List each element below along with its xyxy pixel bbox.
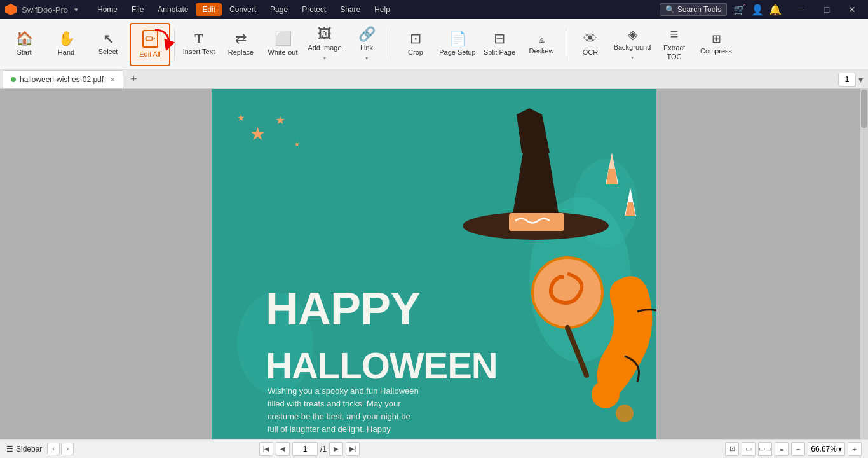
page-controls: |◀ ◀ 1 /1 ▶ ▶| xyxy=(259,442,360,456)
replace-tool-button[interactable]: ⇄ Replace xyxy=(220,23,261,66)
close-button[interactable]: ✕ xyxy=(841,0,863,19)
menu-protect[interactable]: Protect xyxy=(295,3,332,16)
main-area: ★ ★ ★ ★ xyxy=(0,89,868,439)
scrollbar-thumb[interactable] xyxy=(861,90,867,128)
extract-toc-icon: ≡ xyxy=(670,27,679,41)
svg-point-18 xyxy=(592,380,620,408)
menu-share[interactable]: Share xyxy=(334,3,367,16)
svg-marker-10 xyxy=(517,108,550,153)
double-page-button[interactable]: ▭▭ xyxy=(758,442,772,456)
single-page-button[interactable]: ▭ xyxy=(742,442,756,456)
link-tool-button[interactable]: 🔗 Link ▾ xyxy=(346,23,387,66)
ocr-icon: 👁 xyxy=(583,32,597,46)
maximize-button[interactable]: □ xyxy=(816,0,837,19)
last-page-button[interactable]: ▶| xyxy=(346,442,360,456)
fit-page-button[interactable]: ⊡ xyxy=(725,442,739,456)
halloween-illustration: ★ ★ ★ ★ xyxy=(212,89,656,439)
cart-icon[interactable]: 🛒 xyxy=(733,4,746,16)
background-tool-button[interactable]: ◈ Background ▾ xyxy=(612,23,653,66)
window-controls: ─ □ ✕ xyxy=(790,0,863,19)
svg-text:★: ★ xyxy=(237,113,245,123)
pdf-tab[interactable]: halloween-wishes-02.pdf × xyxy=(3,70,123,88)
menu-edit[interactable]: Edit xyxy=(196,3,222,16)
insert-text-icon: T xyxy=(194,32,203,45)
total-pages-label: /1 xyxy=(320,445,327,454)
hand-tool-button[interactable]: ✋ Hand xyxy=(46,23,86,66)
tab-bar: halloween-wishes-02.pdf × + 1 ▾ xyxy=(0,70,868,89)
tab-label: halloween-wishes-02.pdf xyxy=(20,75,104,84)
hand-icon: ✋ xyxy=(58,32,75,46)
menu-convert[interactable]: Convert xyxy=(223,3,262,16)
user-icon[interactable]: 👤 xyxy=(751,4,764,16)
title-bar-right: 🔍 Search Tools 🛒 👤 🔔 ─ □ ✕ xyxy=(660,0,863,19)
minimize-button[interactable]: ─ xyxy=(790,0,812,19)
toolbar-separator-3 xyxy=(566,29,566,60)
add-image-icon: 🖼 xyxy=(318,27,332,41)
app-dropdown-icon[interactable]: ▾ xyxy=(74,6,78,14)
search-icon: 🔍 xyxy=(665,5,675,14)
search-tools-button[interactable]: 🔍 Search Tools xyxy=(660,3,727,16)
crop-icon: ⊡ xyxy=(410,32,421,46)
tab-saved-dot xyxy=(11,77,16,82)
toolbar: 🏠 Start ✋ Hand ↖ Select ✏ Edit All T Ins… xyxy=(0,19,868,70)
edit-all-tool-button[interactable]: ✏ Edit All xyxy=(130,23,170,66)
menu-annotate[interactable]: Annotate xyxy=(151,3,194,16)
svg-text:HAPPY: HAPPY xyxy=(266,283,420,334)
sidebar-prev-button[interactable]: ‹ xyxy=(47,443,60,455)
svg-text:★: ★ xyxy=(275,114,285,127)
new-tab-button[interactable]: + xyxy=(125,73,142,87)
edit-all-icon: ✏ xyxy=(142,30,158,48)
link-dropdown-arrow: ▾ xyxy=(365,55,368,61)
zoom-out-button[interactable]: − xyxy=(791,442,805,456)
select-icon: ↖ xyxy=(103,32,114,45)
split-page-tool-button[interactable]: ⊟ Split Page xyxy=(479,23,520,66)
add-image-tool-button[interactable]: 🖼 Add Image ▾ xyxy=(304,23,345,66)
tab-close-button[interactable]: × xyxy=(110,74,115,85)
svg-point-19 xyxy=(616,405,634,422)
menu-page[interactable]: Page xyxy=(264,3,294,16)
sidebar-next-button[interactable]: › xyxy=(61,443,74,455)
app-logo-icon xyxy=(5,4,17,15)
zoom-level-display[interactable]: 66.67% ▾ xyxy=(808,442,845,456)
crop-tool-button[interactable]: ⊡ Crop xyxy=(395,23,436,66)
compress-tool-button[interactable]: ⊞ Compress xyxy=(696,23,736,66)
sidebar-icon: ☰ xyxy=(6,445,13,454)
start-tool-button[interactable]: 🏠 Start xyxy=(4,23,44,66)
next-page-button[interactable]: ▶ xyxy=(329,442,343,456)
svg-text:★: ★ xyxy=(250,124,266,144)
toolbar-separator-1 xyxy=(174,29,175,60)
app-name: SwifDoo-Pro xyxy=(22,5,68,15)
deskew-icon: ⟁ xyxy=(538,33,545,45)
first-page-button[interactable]: |◀ xyxy=(259,442,273,456)
menu-file[interactable]: File xyxy=(125,3,150,16)
tab-bar-expand-icon[interactable]: ▾ xyxy=(858,74,863,85)
link-icon: 🔗 xyxy=(358,27,376,41)
page-setup-tool-button[interactable]: 📄 Page Setup xyxy=(437,23,478,66)
menu-home[interactable]: Home xyxy=(91,3,124,16)
white-out-tool-button[interactable]: ⬜ White-out xyxy=(262,23,303,66)
deskew-tool-button[interactable]: ⟁ Deskew xyxy=(521,23,562,66)
bell-icon[interactable]: 🔔 xyxy=(769,4,782,16)
page-num-indicator: 1 xyxy=(838,73,856,87)
view-controls: ⊡ ▭ ▭▭ ≡ − 66.67% ▾ + xyxy=(725,442,862,456)
insert-text-tool-button[interactable]: T Insert Text xyxy=(179,23,219,66)
start-icon: 🏠 xyxy=(16,32,33,46)
add-image-dropdown-arrow: ▾ xyxy=(323,55,326,61)
menu-bar: Home File Annotate Edit Convert Page Pro… xyxy=(91,3,397,16)
sidebar-toggle[interactable]: ☰ Sidebar xyxy=(6,445,42,454)
scroll-button[interactable]: ≡ xyxy=(775,442,789,456)
title-bar-left: SwifDoo-Pro ▾ Home File Annotate Edit Co… xyxy=(5,3,397,16)
svg-text:★: ★ xyxy=(294,141,300,148)
zoom-in-button[interactable]: + xyxy=(848,442,862,456)
ocr-tool-button[interactable]: 👁 OCR xyxy=(570,23,611,66)
extract-toc-tool-button[interactable]: ≡ Extract TOC xyxy=(654,23,695,66)
replace-icon: ⇄ xyxy=(235,32,247,46)
select-tool-button[interactable]: ↖ Select xyxy=(88,23,128,66)
scrollbar[interactable] xyxy=(860,89,868,439)
menu-help[interactable]: Help xyxy=(368,3,397,16)
prev-page-button[interactable]: ◀ xyxy=(276,442,290,456)
split-page-icon: ⊟ xyxy=(494,32,505,46)
sidebar-nav: ‹ › xyxy=(47,443,74,455)
tab-bar-right: 1 ▾ xyxy=(838,73,865,87)
current-page-input[interactable]: 1 xyxy=(292,442,318,456)
